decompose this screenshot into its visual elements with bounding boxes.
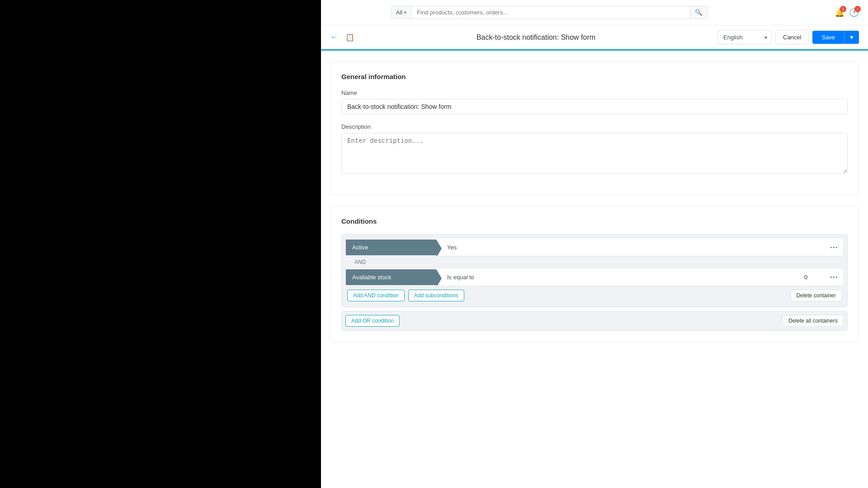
- top-nav: All ▾ 🔍 🔔 1 🕐 !: [321, 0, 868, 25]
- main-content: General information Name Description Con…: [321, 61, 868, 371]
- search-filter-button[interactable]: All ▾: [391, 6, 411, 19]
- condition-actions-row: Add AND condition Add subconditions Dele…: [345, 286, 844, 303]
- search-input[interactable]: [411, 6, 690, 19]
- search-button[interactable]: 🔍: [690, 6, 708, 19]
- alert-badge: !: [854, 6, 861, 12]
- general-info-section: General information Name Description: [330, 61, 859, 195]
- active-condition-tag[interactable]: Active: [346, 239, 436, 255]
- notifications-button[interactable]: 🔔 1: [835, 8, 844, 18]
- chevron-down-icon: ▾: [404, 10, 406, 15]
- available-stock-condition-tag[interactable]: Available stock: [346, 269, 436, 285]
- search-icon: 🔍: [695, 9, 703, 16]
- general-info-title: General information: [341, 73, 848, 80]
- page-title: Back-to-stock notification: Show form: [362, 33, 710, 42]
- sub-header: ← 📋 Back-to-stock notification: Show for…: [321, 25, 868, 51]
- copy-icon: 📋: [345, 33, 354, 42]
- save-dropdown-button[interactable]: ▼: [844, 31, 859, 44]
- description-form-group: Description: [341, 123, 848, 175]
- available-stock-value[interactable]: 0: [797, 269, 824, 285]
- copy-button[interactable]: 📋: [345, 33, 354, 42]
- active-condition-operator[interactable]: Yes: [436, 239, 824, 255]
- available-stock-operator[interactable]: Is equal to: [436, 269, 797, 285]
- delete-all-containers-button[interactable]: Delete all containers: [783, 315, 844, 327]
- description-label: Description: [341, 123, 848, 130]
- name-form-group: Name: [341, 89, 848, 114]
- add-subconditions-button[interactable]: Add subconditions: [408, 290, 464, 301]
- add-and-condition-button[interactable]: Add AND condition: [347, 290, 405, 301]
- search-bar: All ▾ 🔍: [391, 6, 708, 19]
- back-button[interactable]: ←: [330, 33, 338, 42]
- back-arrow-icon: ←: [330, 33, 338, 42]
- alerts-button[interactable]: 🕐 !: [849, 8, 859, 18]
- name-input[interactable]: [341, 99, 848, 114]
- header-actions: English Cancel Save ▼: [717, 30, 859, 44]
- language-select[interactable]: English: [717, 30, 772, 44]
- save-button-group: Save ▼: [812, 31, 859, 44]
- search-filter-label: All: [396, 9, 402, 16]
- description-textarea[interactable]: [341, 133, 848, 174]
- available-stock-menu-button[interactable]: ⋯: [824, 268, 843, 286]
- condition-row-active: Active Yes ⋯: [345, 238, 844, 256]
- chevron-down-icon: ▼: [849, 34, 854, 41]
- add-or-condition-button[interactable]: Add OR condition: [345, 315, 400, 327]
- condition-block-1: Active Yes ⋯ AND Available stock Is equa…: [341, 234, 848, 307]
- delete-container-button[interactable]: Delete container: [791, 290, 842, 301]
- condition-row-available-stock: Available stock Is equal to 0 ⋯: [345, 268, 844, 286]
- condition-block-2: Add OR condition Delete all containers: [341, 311, 848, 331]
- name-label: Name: [341, 89, 848, 96]
- nav-icons: 🔔 1 🕐 !: [835, 8, 859, 18]
- conditions-title: Conditions: [341, 217, 848, 225]
- language-dropdown[interactable]: English: [717, 30, 772, 44]
- cancel-button[interactable]: Cancel: [775, 30, 809, 44]
- active-condition-menu-button[interactable]: ⋯: [824, 239, 843, 256]
- notification-badge: 1: [840, 6, 846, 12]
- conditions-section: Conditions Active Yes ⋯ AND Available st…: [330, 206, 859, 342]
- save-button[interactable]: Save: [812, 31, 844, 44]
- and-label: AND: [345, 256, 844, 268]
